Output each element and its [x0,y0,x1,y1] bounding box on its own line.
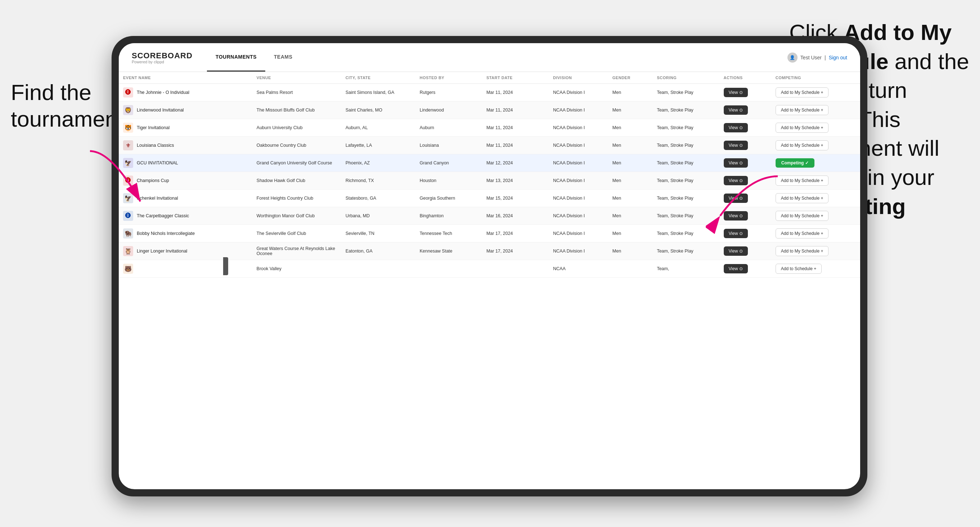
competing-cell: Add to My Schedule + [771,137,860,154]
hosted-cell: Grand Canyon [415,154,482,172]
event-name-cell: 🦁 Lindenwood Invitational [119,102,252,119]
hosted-cell: Tennessee Tech [415,225,482,243]
logo-area: SCOREBOARD Powered by clippd [132,51,192,64]
start-date-cell: Mar 13, 2024 [482,172,549,190]
view-button[interactable]: View ⊙ [724,141,748,150]
competing-cell: Add to My Schedule + [771,84,860,102]
gender-cell: Men [608,243,653,260]
event-name-cell: 🦬 Bobby Nichols Intercollegiate [119,225,252,243]
competing-cell: Add to My Schedule + [771,119,860,137]
tablet-screen: SCOREBOARD Powered by clippd TOURNAMENTS… [119,43,860,489]
city-cell [341,260,415,278]
view-button[interactable]: View ⊙ [724,246,748,256]
gender-cell: Men [608,119,653,137]
gender-cell: Men [608,225,653,243]
gender-cell: Men [608,84,653,102]
scoring-cell: Team, Stroke Play [652,119,719,137]
table-row: 🐻 Brook ValleyNCAATeam,View ⊙Add to Sche… [119,260,860,278]
gender-cell [608,260,653,278]
hosted-cell: Auburn [415,119,482,137]
division-cell: NCAA [549,260,608,278]
event-name-cell: 🐻 [119,260,252,278]
gender-cell: Men [608,154,653,172]
venue-cell: Great Waters Course At Reynolds Lake Oco… [252,243,341,260]
col-hosted-by: HOSTED BY [415,72,482,84]
event-name-cell: 🦉 Linger Longer Invitational [119,243,252,260]
hosted-cell: Georgia Southern [415,190,482,207]
division-cell: NCAA Division I [549,225,608,243]
scoring-cell: Team, Stroke Play [652,102,719,119]
start-date-cell: Mar 17, 2024 [482,243,549,260]
hosted-cell: Lindenwood [415,102,482,119]
start-date-cell: Mar 16, 2024 [482,207,549,225]
team-logo: 🐻 [123,264,133,274]
table-header-row: EVENT NAME VENUE CITY, STATE HOSTED BY S… [119,72,860,84]
tab-tournaments[interactable]: TOURNAMENTS [207,43,265,71]
col-gender: GENDER [608,72,653,84]
add-to-schedule-button[interactable]: Add to My Schedule + [776,140,829,150]
add-to-schedule-button[interactable]: Add to Schedule + [776,264,822,274]
division-cell: NCAA Division I [549,119,608,137]
table-row: 🐯 Tiger Invitational Auburn University C… [119,119,860,137]
division-cell: NCAA Division I [549,243,608,260]
hosted-cell: Houston [415,172,482,190]
city-cell: Sevierville, TN [341,225,415,243]
event-name-cell: 🅡 The Johnnie - O Individual [119,84,252,102]
event-name-text: The Johnnie - O Individual [137,90,189,95]
team-logo: 🦬 [123,229,133,238]
app-header: SCOREBOARD Powered by clippd TOURNAMENTS… [119,43,860,72]
start-date-cell: Mar 11, 2024 [482,102,549,119]
event-name-text: Linger Longer Invitational [137,249,187,254]
division-cell: NCAA Division I [549,172,608,190]
scoring-cell: Team, Stroke Play [652,84,719,102]
team-logo: 🐯 [123,123,133,133]
col-city-state: CITY, STATE [341,72,415,84]
actions-cell: View ⊙ [719,137,771,154]
start-date-cell: Mar 11, 2024 [482,84,549,102]
actions-cell: View ⊙ [719,84,771,102]
gender-cell: Men [608,207,653,225]
tab-teams[interactable]: TEAMS [265,43,301,71]
col-start-date: START DATE [482,72,549,84]
event-name-text: Bobby Nichols Intercollegiate [137,231,195,236]
scoring-cell: Team, [652,260,719,278]
event-name-text: Lindenwood Invitational [137,108,184,113]
signout-link[interactable]: Sign out [829,55,847,60]
division-cell: NCAA Division I [549,154,608,172]
venue-cell: Sea Palms Resort [252,84,341,102]
venue-cell: Worthington Manor Golf Club [252,207,341,225]
actions-cell: View ⊙ [719,243,771,260]
competing-cell: Add to My Schedule + [771,243,860,260]
add-to-schedule-button[interactable]: Add to My Schedule + [776,105,829,115]
start-date-cell [482,260,549,278]
view-button[interactable]: View ⊙ [724,123,748,132]
view-button[interactable]: View ⊙ [724,158,748,168]
nav-tabs: TOURNAMENTS TEAMS [207,43,301,71]
city-cell: Eatonton, GA [341,243,415,260]
division-cell: NCAA Division I [549,190,608,207]
gender-cell: Men [608,137,653,154]
start-date-cell: Mar 12, 2024 [482,154,549,172]
actions-cell: View ⊙ [719,260,771,278]
view-button[interactable]: View ⊙ [724,264,748,273]
add-to-schedule-button[interactable]: Add to My Schedule + [776,87,829,97]
event-name-cell: 🐯 Tiger Invitational [119,119,252,137]
competing-button[interactable]: Competing ✓ [776,158,815,168]
add-to-schedule-button[interactable]: Add to My Schedule + [776,246,829,256]
side-tab[interactable] [223,257,228,275]
start-date-cell: Mar 11, 2024 [482,119,549,137]
venue-cell: Oakbourne Country Club [252,137,341,154]
venue-cell: The Sevierville Golf Club [252,225,341,243]
view-button[interactable]: View ⊙ [724,88,748,97]
hosted-cell [415,260,482,278]
add-to-schedule-button[interactable]: Add to My Schedule + [776,123,829,133]
actions-cell: View ⊙ [719,119,771,137]
event-name-text: Tiger Invitational [137,125,170,130]
gender-cell: Men [608,102,653,119]
view-button[interactable]: View ⊙ [724,105,748,115]
start-date-cell: Mar 15, 2024 [482,190,549,207]
start-date-cell: Mar 11, 2024 [482,137,549,154]
venue-cell: Grand Canyon University Golf Course [252,154,341,172]
competing-cell: Add to My Schedule + [771,102,860,119]
city-cell: Statesboro, GA [341,190,415,207]
